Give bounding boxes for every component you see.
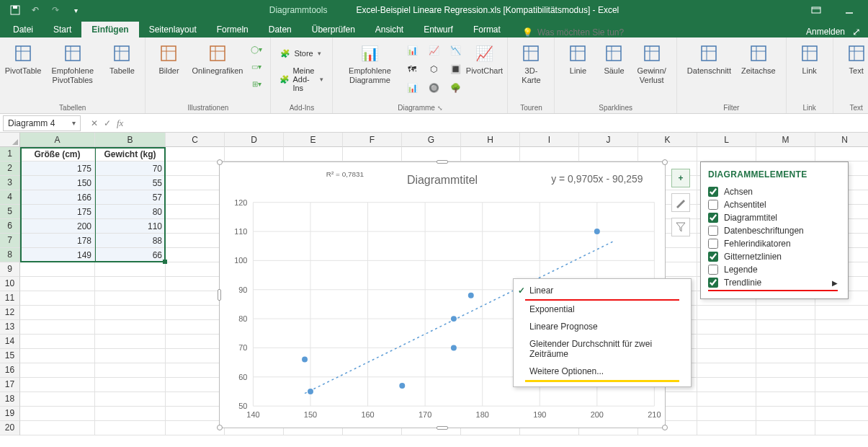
- ribbon-display-icon[interactable]: [803, 2, 829, 18]
- chart-handle[interactable]: [217, 159, 223, 165]
- checkbox[interactable]: [708, 265, 718, 275]
- cell[interactable]: 55: [95, 176, 166, 190]
- shape-icon[interactable]: ⊞▾: [249, 76, 264, 91]
- cell[interactable]: [20, 262, 95, 277]
- ribbon-button[interactable]: Onlinegrafiken: [187, 40, 247, 77]
- panel-item-diagrammtitel[interactable]: Diagrammtitel: [708, 211, 838, 224]
- cell[interactable]: [95, 363, 166, 378]
- cell[interactable]: [697, 306, 756, 320]
- cell[interactable]: [166, 190, 225, 205]
- cell[interactable]: [166, 262, 225, 277]
- cell[interactable]: [166, 291, 225, 306]
- ribbon-button[interactable]: Datenschnitt: [683, 40, 735, 77]
- row-header[interactable]: 20: [0, 421, 20, 435]
- row-header[interactable]: 14: [0, 335, 20, 349]
- cell[interactable]: [697, 407, 756, 421]
- tab-einfügen[interactable]: Einfügen: [81, 22, 138, 37]
- column-header[interactable]: A: [20, 133, 95, 147]
- row-header[interactable]: 5: [0, 205, 20, 219]
- cell[interactable]: [95, 306, 166, 320]
- cell[interactable]: [166, 363, 225, 378]
- cell[interactable]: [697, 363, 756, 378]
- row-header[interactable]: 1: [0, 147, 20, 161]
- chart-type-icon[interactable]: 🔘: [424, 79, 444, 97]
- cell[interactable]: [20, 349, 95, 363]
- checkbox[interactable]: [708, 252, 718, 262]
- menu-item-weitere-optionen-[interactable]: Weitere Optionen...: [515, 363, 689, 380]
- column-header[interactable]: K: [638, 133, 697, 147]
- undo-icon[interactable]: ↶: [26, 2, 45, 18]
- cell[interactable]: [697, 421, 756, 435]
- column-header[interactable]: E: [284, 133, 343, 147]
- cell[interactable]: [520, 147, 579, 161]
- tab-format[interactable]: Format: [463, 22, 511, 37]
- shape-icon[interactable]: ◯▾: [249, 42, 264, 56]
- cell[interactable]: [166, 306, 225, 320]
- ribbon-button[interactable]: Linie: [560, 40, 595, 77]
- cell[interactable]: [166, 147, 225, 161]
- cell[interactable]: [20, 306, 95, 320]
- cell[interactable]: [95, 407, 166, 421]
- ribbon-button[interactable]: 📊Empfohlene Diagramme: [339, 40, 401, 87]
- chart-type-icon[interactable]: 🌳: [445, 79, 465, 97]
- tab-daten[interactable]: Daten: [259, 22, 302, 37]
- cell[interactable]: [697, 147, 756, 161]
- row-header[interactable]: 17: [0, 378, 20, 392]
- cell[interactable]: [225, 147, 284, 161]
- row-header[interactable]: 12: [0, 306, 20, 320]
- cell[interactable]: 88: [95, 234, 166, 248]
- cell[interactable]: [166, 234, 225, 248]
- row-header[interactable]: 18: [0, 392, 20, 407]
- cell[interactable]: [815, 320, 868, 335]
- cell[interactable]: [166, 176, 225, 190]
- panel-item-trendlinie[interactable]: Trendlinie▶: [708, 276, 838, 289]
- column-header[interactable]: J: [579, 133, 638, 147]
- cell[interactable]: [815, 306, 868, 320]
- cancel-icon[interactable]: ✕: [91, 118, 98, 128]
- cell[interactable]: [815, 392, 868, 407]
- formula-input[interactable]: [130, 118, 868, 128]
- checkbox[interactable]: [708, 278, 718, 288]
- tab-datei[interactable]: Datei: [3, 22, 43, 37]
- shape-icon[interactable]: ▭▾: [249, 59, 264, 74]
- cell[interactable]: 80: [95, 205, 166, 219]
- row-header[interactable]: 10: [0, 277, 20, 291]
- row-header[interactable]: 7: [0, 234, 20, 248]
- checkbox[interactable]: [708, 187, 718, 197]
- ribbon-button[interactable]: 📈PivotChart: [467, 40, 501, 77]
- cell[interactable]: [166, 277, 225, 291]
- cell[interactable]: [20, 277, 95, 291]
- chart-type-icon[interactable]: 🔳: [445, 61, 465, 78]
- tab-überprüfen[interactable]: Überprüfen: [302, 22, 365, 37]
- cell[interactable]: [166, 349, 225, 363]
- chart-handle[interactable]: [217, 425, 223, 430]
- cell[interactable]: [756, 320, 815, 335]
- cell[interactable]: [756, 392, 815, 407]
- cell[interactable]: [697, 320, 756, 335]
- ribbon-button[interactable]: Link: [792, 40, 827, 77]
- cell[interactable]: [756, 363, 815, 378]
- row-header[interactable]: 19: [0, 407, 20, 421]
- column-header[interactable]: N: [815, 133, 868, 147]
- cell[interactable]: [815, 349, 868, 363]
- menu-item-linear[interactable]: Linear: [515, 282, 689, 299]
- column-header[interactable]: B: [95, 133, 166, 147]
- cell[interactable]: 200: [20, 219, 95, 234]
- cell[interactable]: [20, 291, 95, 306]
- row-header[interactable]: 13: [0, 320, 20, 335]
- cell[interactable]: [756, 335, 815, 349]
- tab-formeln[interactable]: Formeln: [207, 22, 259, 37]
- row-header[interactable]: 6: [0, 219, 20, 234]
- select-all-corner[interactable]: [0, 133, 20, 147]
- menu-item-exponential[interactable]: Exponential: [515, 301, 689, 318]
- cell[interactable]: [20, 363, 95, 378]
- tab-seitenlayout[interactable]: Seitenlayout: [139, 22, 207, 37]
- column-header[interactable]: I: [520, 133, 579, 147]
- worksheet-grid[interactable]: ABCDEFGHIJKLMN1Größe (cm)Gewicht (kg)217…: [0, 133, 868, 444]
- ribbon-button[interactable]: 🧩Meine Add-Ins ▾: [277, 65, 326, 94]
- ribbon-button[interactable]: Empfohlene PivotTables: [42, 40, 103, 87]
- row-header[interactable]: 3: [0, 176, 20, 190]
- panel-item-fehlerindikatoren[interactable]: Fehlerindikatoren: [708, 237, 838, 250]
- cell[interactable]: 175: [20, 161, 95, 176]
- chart-elements-button[interactable]: +: [671, 169, 690, 187]
